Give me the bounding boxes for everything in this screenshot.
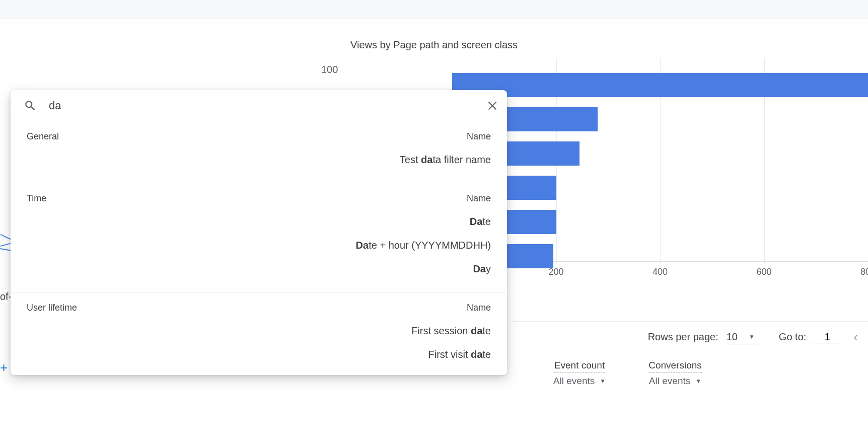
rows-per-page-select[interactable]: 10 ▼ (725, 330, 757, 344)
section-title: User lifetime (27, 303, 77, 313)
section-header: TimeName (27, 193, 491, 204)
dimension-option[interactable]: First session date (27, 325, 491, 343)
dropdown-icon: ▼ (600, 378, 606, 385)
rows-per-page-value: 10 (727, 331, 738, 343)
chart-bar[interactable] (452, 73, 868, 97)
section-title: Time (27, 193, 46, 204)
top-strip (0, 0, 868, 19)
close-button[interactable] (486, 99, 499, 112)
metrics-row: Event countAll events▼ConversionsAll eve… (509, 360, 868, 387)
section-items: Test data filter name (27, 154, 491, 172)
prev-page-button[interactable]: ‹ (848, 329, 858, 345)
section-items: DateDate + hour (YYYYMMDDHH)Day (27, 216, 491, 281)
column-label: Name (467, 303, 491, 313)
metric-select[interactable]: All events▼ (547, 376, 612, 387)
section-header: User lifetimeName (27, 303, 491, 313)
divider (509, 321, 868, 322)
popup-section: TimeNameDateDate + hour (YYYYMMDDHH)Day (11, 183, 507, 292)
bar-chart: 200400600800 (452, 58, 868, 279)
dimension-option[interactable]: Day (27, 257, 491, 281)
metric-column: Event countAll events▼ (547, 360, 612, 387)
close-icon (486, 99, 499, 112)
metric-select-value: All events (649, 376, 690, 387)
dropdown-icon: ▼ (695, 378, 701, 385)
dimension-option[interactable]: Test data filter name (27, 154, 491, 172)
rows-per-page-label: Rows per page: (648, 331, 718, 343)
x-tick-label: 400 (653, 267, 668, 277)
metric-select[interactable]: All events▼ (642, 376, 708, 387)
popup-body: GeneralNameTest data filter nameTimeName… (11, 121, 507, 375)
section-items: First session dateFirst visit date (27, 325, 491, 366)
section-title: General (27, 131, 59, 142)
popup-section: GeneralNameTest data filter name (11, 121, 507, 183)
chart-title: Views by Page path and screen class (0, 39, 868, 51)
goto-input[interactable] (812, 331, 842, 343)
dropdown-icon: ▼ (749, 333, 755, 340)
x-tick-label: 800 (860, 267, 868, 277)
column-label: Name (467, 193, 491, 204)
partial-text: of- (0, 291, 12, 303)
dimension-option[interactable]: First visit date (27, 343, 491, 366)
section-header: GeneralName (27, 131, 491, 142)
goto-label: Go to: (779, 331, 806, 343)
line-fragment (1, 234, 12, 240)
pagination-row: Rows per page: 10 ▼ Go to: ‹ (509, 329, 868, 345)
x-tick-label: 200 (548, 267, 563, 277)
footer-area: Rows per page: 10 ▼ Go to: ‹ Event count… (509, 321, 868, 387)
column-label: Name (467, 131, 491, 142)
metric-title: Event count (554, 360, 605, 372)
search-row (11, 90, 507, 121)
popup-section: User lifetimeNameFirst session dateFirst… (11, 292, 507, 375)
search-popup: GeneralNameTest data filter nameTimeName… (11, 90, 507, 375)
chart-secondary-label: 100 (321, 64, 338, 76)
search-icon (24, 99, 37, 112)
metric-select-value: All events (553, 376, 595, 387)
metric-column: ConversionsAll events▼ (642, 360, 708, 387)
metric-title: Conversions (648, 360, 702, 372)
add-button[interactable]: + (0, 360, 8, 376)
dimension-option[interactable]: Date (27, 216, 491, 234)
search-input[interactable] (49, 99, 486, 112)
x-tick-label: 600 (756, 267, 771, 277)
dimension-option[interactable]: Date + hour (YYYYMMDDHH) (27, 234, 491, 257)
